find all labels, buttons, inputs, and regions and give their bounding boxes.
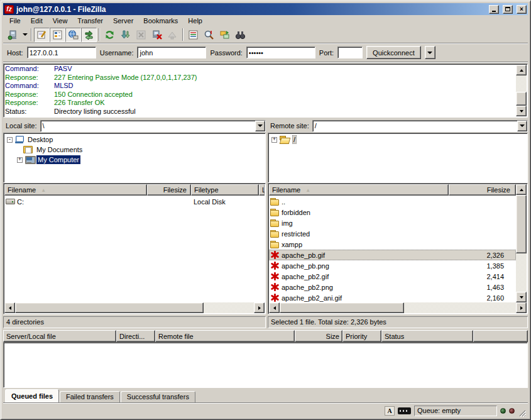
cancel-operation-button[interactable] bbox=[133, 28, 149, 42]
menu-view[interactable]: View bbox=[48, 16, 73, 26]
port-input[interactable] bbox=[337, 47, 363, 58]
scrollbar-thumb[interactable] bbox=[516, 92, 527, 106]
menu-help[interactable]: Help bbox=[183, 16, 207, 26]
tab-failed-transfers[interactable]: Failed transfers bbox=[60, 391, 120, 402]
disconnect-button[interactable] bbox=[149, 28, 165, 42]
file-search-button[interactable] bbox=[201, 28, 217, 42]
column-header-server-local-file[interactable]: Server/Local file bbox=[3, 330, 116, 342]
maximize-button[interactable] bbox=[503, 5, 513, 14]
remote-tree-icon bbox=[68, 30, 79, 40]
combo-dropdown-button[interactable] bbox=[255, 121, 265, 131]
local-site-combo[interactable]: \ bbox=[40, 120, 266, 132]
toggle-remote-tree-button[interactable] bbox=[65, 28, 81, 42]
desktop-icon bbox=[15, 136, 24, 143]
menu-server[interactable]: Server bbox=[108, 16, 138, 26]
scrollbar-thumb[interactable] bbox=[15, 302, 204, 313]
remote-site-combo[interactable]: / bbox=[312, 120, 528, 132]
toolbar bbox=[3, 26, 528, 43]
speed-limit-badge-icon[interactable] bbox=[398, 407, 411, 414]
column-header-filesize[interactable]: Filesize bbox=[449, 184, 516, 196]
toggle-local-tree-button[interactable] bbox=[50, 28, 65, 42]
toggle-transfer-queue-button[interactable] bbox=[81, 28, 97, 42]
toggle-message-log-button[interactable] bbox=[34, 28, 50, 42]
titlebar[interactable]: fz john@127.0.0.1 - FileZilla × bbox=[3, 3, 528, 15]
scroll-up-button[interactable] bbox=[516, 184, 527, 195]
remote-file-row-selected[interactable]: apache_pb.gif 2,326 bbox=[269, 250, 516, 260]
remote-file-row[interactable]: apache_pb2.png 1,463 bbox=[269, 282, 516, 292]
remote-horizontal-scrollbar[interactable] bbox=[269, 302, 527, 313]
column-header-filename[interactable]: Filename▲ bbox=[4, 184, 147, 196]
scroll-left-button[interactable] bbox=[269, 302, 280, 313]
expand-icon[interactable]: + bbox=[17, 157, 23, 163]
column-header-remote-file[interactable]: Remote file bbox=[155, 330, 295, 342]
remote-file-row[interactable]: .. bbox=[269, 196, 516, 207]
remote-file-row[interactable]: img bbox=[269, 218, 516, 228]
column-header-filename[interactable]: Filename▲ bbox=[269, 184, 449, 196]
tree-item-root[interactable]: + / bbox=[269, 135, 527, 145]
tree-item-my-computer[interactable]: + My Computer bbox=[4, 155, 265, 165]
host-label: Host: bbox=[7, 49, 23, 57]
local-horizontal-scrollbar[interactable] bbox=[4, 302, 265, 313]
menu-bookmarks[interactable]: Bookmarks bbox=[138, 16, 183, 26]
expand-icon[interactable]: + bbox=[271, 137, 277, 143]
minimize-button[interactable] bbox=[489, 5, 499, 14]
menu-file[interactable]: File bbox=[4, 16, 26, 26]
directory-comparison-button[interactable] bbox=[217, 28, 233, 42]
column-header-last-modified[interactable]: L bbox=[259, 184, 265, 196]
collapse-icon[interactable]: - bbox=[7, 137, 13, 143]
remote-file-row[interactable]: apache_pb2_ani.gif 2,160 bbox=[269, 292, 516, 302]
cancel-icon bbox=[136, 30, 146, 40]
scroll-down-button[interactable] bbox=[516, 292, 527, 302]
column-header-priority[interactable]: Priority bbox=[342, 330, 381, 342]
log-line: Command:PASV bbox=[5, 65, 515, 74]
tree-item-my-documents[interactable]: My Documents bbox=[4, 145, 265, 155]
menu-edit[interactable]: Edit bbox=[26, 16, 48, 26]
password-input[interactable] bbox=[246, 47, 315, 58]
remote-file-row[interactable]: forbidden bbox=[269, 207, 516, 218]
remote-directory-tree: + / bbox=[268, 133, 528, 183]
synchronized-browsing-button[interactable] bbox=[233, 28, 248, 42]
menu-transfer[interactable]: Transfer bbox=[72, 16, 108, 26]
tab-successful-transfers[interactable]: Successful transfers bbox=[121, 391, 195, 402]
log-vertical-scrollbar[interactable] bbox=[516, 65, 527, 116]
username-input[interactable] bbox=[137, 47, 206, 58]
column-header-direction[interactable]: Directi... bbox=[116, 330, 155, 342]
column-header-filesize[interactable]: Filesize bbox=[147, 184, 191, 196]
refresh-button[interactable] bbox=[102, 28, 118, 42]
quickconnect-button-label: Quickconnect bbox=[373, 49, 415, 57]
close-button[interactable]: × bbox=[517, 5, 527, 14]
host-input[interactable] bbox=[27, 47, 96, 58]
quickconnect-dropdown-button[interactable] bbox=[425, 46, 435, 59]
remote-file-row[interactable]: apache_pb2.gif 2,414 bbox=[269, 271, 516, 282]
queue-header: Server/Local file Directi... Remote file… bbox=[3, 330, 528, 342]
remote-file-row[interactable]: restricted bbox=[269, 228, 516, 239]
remote-vertical-scrollbar[interactable] bbox=[516, 184, 527, 302]
local-file-row[interactable]: C: Local Disk bbox=[4, 196, 265, 207]
transfer-type-icon[interactable]: A bbox=[385, 406, 395, 416]
column-header-filetype[interactable]: Filetype bbox=[191, 184, 259, 196]
tree-item-desktop[interactable]: - Desktop bbox=[4, 135, 265, 145]
scroll-right-button[interactable] bbox=[516, 302, 527, 313]
scroll-down-button[interactable] bbox=[516, 106, 527, 116]
queue-list[interactable] bbox=[3, 342, 528, 388]
scrollbar-thumb[interactable] bbox=[280, 302, 404, 313]
scroll-right-button[interactable] bbox=[254, 302, 265, 313]
column-header-size[interactable]: Size bbox=[295, 330, 342, 342]
remote-file-row[interactable]: apache_pb.png 1,385 bbox=[269, 260, 516, 271]
tab-queued-files[interactable]: Queued files bbox=[5, 389, 59, 402]
filezilla-window: fz john@127.0.0.1 - FileZilla × File Edi… bbox=[0, 0, 531, 420]
scrollbar-thumb[interactable] bbox=[516, 195, 527, 253]
scroll-left-button[interactable] bbox=[4, 302, 15, 313]
process-queue-button[interactable] bbox=[118, 28, 133, 42]
scroll-up-button[interactable] bbox=[516, 65, 527, 75]
remote-file-row[interactable]: xampp bbox=[269, 239, 516, 250]
reconnect-button[interactable] bbox=[165, 28, 180, 42]
combo-dropdown-button[interactable] bbox=[517, 121, 527, 131]
resize-grip[interactable] bbox=[518, 409, 526, 417]
quickconnect-button[interactable]: Quickconnect bbox=[366, 46, 421, 59]
column-header-status[interactable]: Status bbox=[381, 330, 473, 342]
site-manager-dropdown-button[interactable] bbox=[21, 28, 29, 42]
site-manager-button[interactable] bbox=[5, 28, 21, 42]
username-label: Username: bbox=[100, 49, 134, 57]
directory-listing-filters-button[interactable] bbox=[185, 28, 201, 42]
